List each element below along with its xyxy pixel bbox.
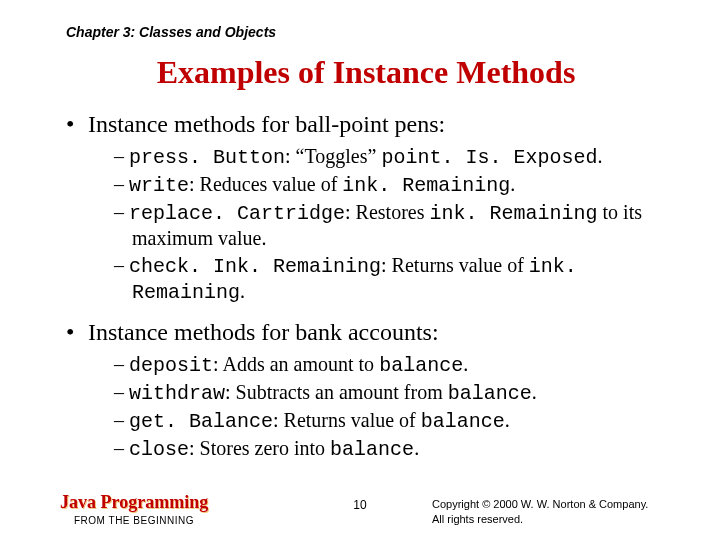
bullet-text: Instance methods for ball-point pens: — [88, 111, 445, 137]
bank-sublist: deposit: Adds an amount to balance. with… — [114, 352, 672, 462]
code-span: get. Balance — [129, 410, 273, 433]
code-span: ink. Remaining — [342, 174, 510, 197]
list-item: get. Balance: Returns value of balance. — [114, 408, 672, 434]
copyright-line: All rights reserved. — [432, 512, 672, 526]
list-item: check. Ink. Remaining: Returns value of … — [114, 253, 672, 305]
text-span: : Returns value of — [273, 409, 421, 431]
list-item: deposit: Adds an amount to balance. — [114, 352, 672, 378]
slide-title: Examples of Instance Methods — [60, 54, 672, 91]
text-span: : Returns value of — [381, 254, 529, 276]
text-span: . — [505, 409, 510, 431]
code-span: check. Ink. Remaining — [129, 255, 381, 278]
brand-subtitle: FROM THE BEGINNING — [74, 515, 208, 526]
list-item: withdraw: Subtracts an amount from balan… — [114, 380, 672, 406]
text-span: : Adds an amount to — [213, 353, 379, 375]
text-span: . — [532, 381, 537, 403]
text-span: . — [240, 280, 245, 302]
text-span: : Subtracts an amount from — [225, 381, 448, 403]
text-span: . — [414, 437, 419, 459]
code-span: replace. Cartridge — [129, 202, 345, 225]
footer: Java Programming FROM THE BEGINNING Copy… — [0, 492, 720, 526]
text-span: : Stores zero into — [189, 437, 330, 459]
text-span: . — [597, 145, 602, 167]
pens-sublist: press. Button: “Toggles” point. Is. Expo… — [114, 144, 672, 305]
bullet-list: Instance methods for ball-point pens: pr… — [68, 111, 672, 462]
code-span: point. Is. Exposed — [381, 146, 597, 169]
code-span: press. Button — [129, 146, 285, 169]
text-span: : “Toggles” — [285, 145, 381, 167]
code-span: balance — [421, 410, 505, 433]
list-item: press. Button: “Toggles” point. Is. Expo… — [114, 144, 672, 170]
text-span: . — [510, 173, 515, 195]
code-span: deposit — [129, 354, 213, 377]
bullet-bank: Instance methods for bank accounts: depo… — [68, 319, 672, 462]
list-item: write: Reduces value of ink. Remaining. — [114, 172, 672, 198]
chapter-label: Chapter 3: Classes and Objects — [66, 24, 672, 40]
text-span: . — [463, 353, 468, 375]
code-span: balance — [448, 382, 532, 405]
code-span: balance — [330, 438, 414, 461]
slide: Chapter 3: Classes and Objects Examples … — [0, 0, 720, 540]
brand-title: Java Programming — [60, 492, 208, 513]
text-span: : Restores — [345, 201, 429, 223]
text-span: : Reduces value of — [189, 173, 342, 195]
code-span: balance — [379, 354, 463, 377]
copyright-line: Copyright © 2000 W. W. Norton & Company. — [432, 497, 672, 511]
brand: Java Programming FROM THE BEGINNING — [60, 492, 208, 526]
list-item: replace. Cartridge: Restores ink. Remain… — [114, 200, 672, 251]
bullet-pens: Instance methods for ball-point pens: pr… — [68, 111, 672, 305]
code-span: ink. Remaining — [429, 202, 597, 225]
list-item: close: Stores zero into balance. — [114, 436, 672, 462]
bullet-text: Instance methods for bank accounts: — [88, 319, 439, 345]
code-span: close — [129, 438, 189, 461]
code-span: write — [129, 174, 189, 197]
code-span: withdraw — [129, 382, 225, 405]
copyright: Copyright © 2000 W. W. Norton & Company.… — [432, 497, 672, 526]
